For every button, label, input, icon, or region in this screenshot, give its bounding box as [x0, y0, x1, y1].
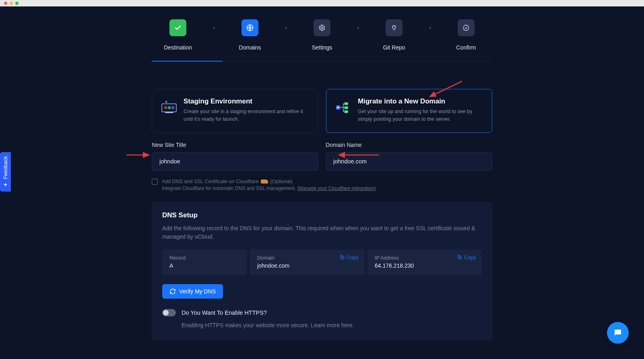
site-title-input[interactable]: [152, 152, 318, 171]
maximize-window-dot[interactable]: [15, 2, 19, 5]
sparkle-icon: ✦: [2, 182, 8, 188]
refresh-icon: [169, 288, 176, 295]
chat-icon: [613, 328, 623, 338]
copy-domain-button[interactable]: Copy: [339, 254, 359, 260]
step-git-repo[interactable]: Git Repo: [376, 19, 412, 51]
step-label: Git Repo: [383, 44, 405, 51]
check-icon: [169, 19, 186, 36]
dns-heading: DNS Setup: [162, 211, 482, 219]
option-title: Migrate into a New Domain: [358, 97, 483, 105]
dns-record-cell: Record A: [162, 250, 247, 275]
copy-label: Copy: [464, 254, 476, 260]
cloudflare-sub: Integrate Cloudflare for Automatic DNS a…: [162, 186, 376, 191]
feedback-label: Feedback: [2, 156, 8, 179]
step-label: Domains: [239, 44, 261, 51]
step-destination[interactable]: Destination: [160, 19, 196, 51]
svg-point-1: [321, 27, 323, 29]
svg-rect-6: [164, 106, 167, 109]
option-title: Staging Environment: [184, 97, 309, 105]
step-confirm[interactable]: Confirm: [448, 19, 484, 51]
copy-icon: [339, 254, 345, 260]
svg-rect-11: [344, 102, 348, 105]
chevron-right-icon: [426, 24, 434, 32]
window-titlebar: [0, 0, 644, 6]
copy-ip-button[interactable]: Copy: [457, 254, 476, 260]
verify-dns-label: Verify My DNS: [179, 288, 216, 295]
copy-label: Copy: [347, 254, 359, 260]
cloudflare-label-text: Add DNS and SSL Certificate on Cloudflar…: [162, 179, 259, 184]
staging-icon: [161, 97, 177, 124]
svg-point-10: [337, 107, 339, 108]
dns-ip-value: 64.176.218.230: [375, 262, 475, 269]
svg-point-2: [463, 25, 469, 31]
svg-rect-4: [165, 112, 173, 113]
chevron-right-icon: [354, 24, 362, 32]
option-desc: Create your site in a staging environmen…: [184, 108, 309, 124]
dns-record-value: A: [169, 262, 239, 269]
manage-cloudflare-link[interactable]: Manage your Cloudflare integration: [299, 186, 374, 191]
svg-rect-8: [171, 106, 174, 109]
step-label: Confirm: [456, 44, 476, 51]
migrate-icon: [335, 97, 351, 124]
chevron-right-icon: [210, 24, 218, 32]
https-question: Do You Want To Enable HTTPS?: [182, 309, 267, 316]
chat-fab[interactable]: [607, 322, 629, 344]
step-label: Settings: [312, 44, 332, 51]
https-toggle[interactable]: [162, 309, 176, 316]
minimize-window-dot[interactable]: [10, 2, 13, 5]
gear-icon: [314, 19, 330, 36]
step-settings[interactable]: Settings: [304, 19, 340, 51]
dns-setup-panel: DNS Setup Add the following record to th…: [152, 202, 492, 340]
domain-name-label: Domain Name: [326, 142, 492, 148]
wizard-stepper: Destination Domains Settings: [152, 19, 492, 62]
chevron-right-icon: [282, 24, 290, 32]
site-title-label: New Site Title: [152, 142, 318, 148]
cloudflare-icon: [261, 180, 268, 184]
plug-icon: [386, 19, 402, 36]
cloudflare-option-label: Add DNS and SSL Certificate on Cloudflar…: [162, 178, 376, 186]
step-label: Destination: [164, 44, 192, 51]
close-window-dot[interactable]: [4, 2, 7, 5]
cloudflare-optional-text: (Optional): [270, 179, 293, 184]
verify-dns-button[interactable]: Verify My DNS: [162, 284, 223, 299]
feedback-tab[interactable]: ✦ Feedback: [0, 152, 11, 192]
dns-domain-value: johndoe.com: [257, 262, 357, 269]
annotation-arrow: [126, 151, 152, 159]
https-sub: Enabling HTTPS makes your website more s…: [162, 322, 482, 328]
dns-domain-cell: Copy Domain johndoe.com: [250, 250, 364, 275]
domain-name-input[interactable]: [326, 152, 492, 171]
svg-rect-12: [344, 106, 348, 109]
step-domains[interactable]: Domains: [232, 19, 268, 51]
dns-record-label: Record: [169, 255, 239, 261]
svg-rect-7: [168, 106, 171, 109]
dns-desc: Add the following record to the DNS for …: [162, 224, 482, 241]
option-desc: Get your site up and running for the wor…: [358, 108, 483, 124]
option-migrate-new-domain[interactable]: Migrate into a New Domain Get your site …: [326, 89, 492, 133]
option-staging-environment[interactable]: Staging Environment Create your site in …: [152, 89, 318, 133]
check-circle-icon: [458, 19, 475, 36]
copy-icon: [457, 254, 462, 260]
globe-icon: [242, 19, 258, 36]
dns-ip-cell: Copy IP Address 64.176.218.230: [367, 250, 482, 275]
svg-point-5: [165, 101, 167, 103]
svg-rect-13: [344, 110, 348, 113]
cloudflare-checkbox[interactable]: [152, 179, 158, 185]
